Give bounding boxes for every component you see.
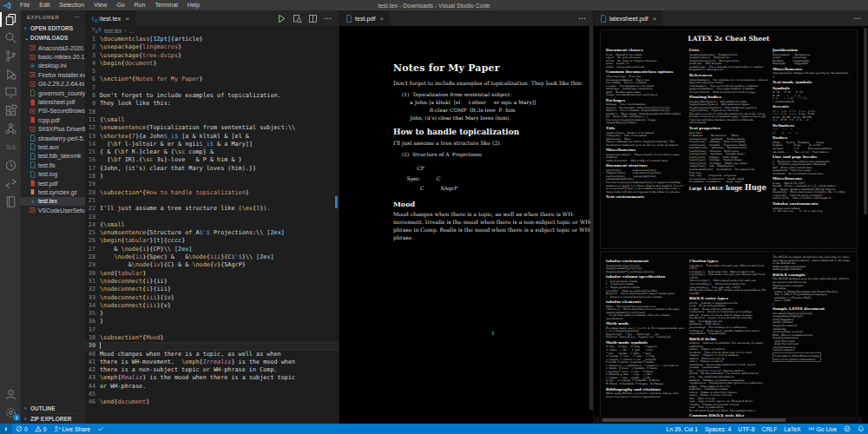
code-line-35[interactable]: 35} (85, 310, 339, 318)
file-item-test.pdf[interactable]: test.pdf (21, 179, 85, 187)
code-line-33[interactable]: 33\nodeconnect{iii}{iv} (85, 294, 339, 302)
menu-file[interactable]: File (16, 0, 34, 10)
code-line-4[interactable]: 4\begin{document} (85, 60, 339, 68)
remote-explorer-icon[interactable] (0, 83, 21, 102)
code-line-18[interactable]: 18} (85, 173, 339, 181)
tab-latexsheet-pdf[interactable]: latexsheet.pdf × (594, 10, 663, 26)
status-feedback[interactable] (840, 424, 854, 434)
code-line-41[interactable]: 41there is WH-movement. \emph{Irrealis} … (85, 358, 339, 366)
code-line-12[interactable]: 12\enumsentence{Topicalization from sent… (85, 124, 339, 132)
downloads-folder-section[interactable]: ⌄DOWNLOADS (21, 33, 85, 43)
more-actions-icon[interactable]: ⋯ (324, 14, 332, 23)
code-line-42[interactable]: 42there is a non-subject topic or WH-phr… (85, 366, 339, 374)
code-line-16[interactable]: 16 {\bf IR}.{\sc 3s}-love & P & him & } (85, 156, 339, 164)
code-line-21[interactable]: 21 (85, 197, 339, 205)
zip-explorer-section[interactable]: ›ZIP EXPLORER (21, 413, 85, 424)
status-utf-8[interactable]: UTF-8 (734, 424, 758, 434)
code-line-34[interactable]: 34\nodeconnect{iii}{v} (85, 302, 339, 310)
code-line-15[interactable]: 15{ & {\bf R-}clear & {\sc comp} & (85, 148, 339, 156)
tex-icon[interactable]: TeX (0, 138, 21, 156)
file-item-git-2.29.2.2-64-bi...[interactable]: Git-2.29.2.2-64-bi... (21, 80, 85, 89)
file-item-psi-securebrowse...[interactable]: PSI-SecureBrowse... (21, 107, 85, 115)
menu-edit[interactable]: Edit (35, 0, 54, 10)
code-line-27[interactable]: 27 & \node{i}{CP}\\ [2ex] (85, 246, 339, 253)
status-crlf[interactable]: CRLF (759, 424, 781, 434)
code-line-14[interactable]: 14 {\bf l-}oltoir & er & ngii$_i$ & a Ma… (85, 141, 339, 148)
code-line-3[interactable]: 3\usepackage{tree-dvips} (85, 52, 339, 60)
file-item-governors-county...[interactable]: governors_county... (21, 89, 85, 97)
run-debug-icon[interactable] (0, 65, 21, 83)
view-pdf-icon[interactable] (293, 14, 302, 23)
menu-view[interactable]: View (89, 0, 111, 10)
code-line-17[interactable]: 17{John, (it's) clear that Mary loves (h… (85, 165, 339, 173)
file-item-test.fdb-latexmk[interactable]: test.fdb_latexmk (21, 152, 85, 161)
file-item-test.synctex.gz[interactable]: test.synctex.gz (21, 187, 85, 196)
file-item-test.fls[interactable]: test.fls (21, 161, 85, 169)
scroll-left-icon[interactable]: ‹ (594, 418, 601, 424)
pdf-viewer-test[interactable]: Notes for My Paper Don't forget to inclu… (339, 26, 593, 424)
file-item-test.tex[interactable]: TXtest.tex (21, 197, 85, 206)
status-ln-39-col-1[interactable]: Ln 39, Col 1 (662, 424, 701, 434)
code-line-11[interactable]: 11{\small (85, 116, 339, 124)
extensions-icon[interactable] (0, 102, 21, 120)
menu-go[interactable]: Go (112, 0, 128, 10)
file-item-desktop.ini[interactable]: desktop.ini (21, 62, 85, 70)
scroll-right-icon[interactable]: › (856, 418, 863, 424)
file-item-rcpp.pdf[interactable]: rcpp.pdf (21, 115, 85, 124)
code-line-31[interactable]: 31\nodeconnect{i}{ii} (85, 278, 339, 286)
status-remote[interactable] (0, 424, 12, 434)
code-line-5[interactable]: 5 (85, 68, 339, 76)
status-error[interactable]: 0 (12, 424, 31, 434)
code-line-7[interactable]: 7 (85, 84, 339, 92)
code-line-24[interactable]: 24{\small (85, 221, 339, 229)
notebook-icon[interactable] (0, 193, 21, 211)
code-line-23[interactable]: 23 (85, 214, 339, 221)
code-line-36[interactable]: 36} (85, 318, 339, 326)
file-item-strawberry-perl-5...[interactable]: strawberry-perl-5... (21, 134, 85, 142)
build-latex-icon[interactable] (277, 14, 286, 23)
close-icon[interactable]: × (125, 15, 129, 23)
outline-section[interactable]: ›OUTLINE (21, 403, 85, 413)
code-line-8[interactable]: 8Don't forget to include examples of top… (85, 92, 339, 100)
search-icon[interactable] (0, 29, 21, 47)
code-line-25[interactable]: 25\enumsentence{Structure of A$'$ Projec… (85, 229, 339, 237)
menu-selection[interactable]: Selection (55, 0, 89, 10)
status-warning[interactable]: 0 (31, 424, 50, 434)
code-line-26[interactable]: 26\begin{tabular}[t]{cccc} (85, 237, 339, 245)
code-line-9[interactable]: 9They look like this: (85, 100, 339, 108)
file-item-firefox-installer.exe[interactable]: Firefox Installer.exe (21, 70, 85, 79)
status-live-share[interactable]: Live Share (50, 424, 95, 434)
menu-terminal[interactable]: Terminal (150, 0, 181, 10)
code-line-22[interactable]: 22I'll just assume a tree structure like… (85, 205, 339, 213)
status-bell[interactable] (854, 424, 868, 434)
split-editor-icon[interactable] (308, 14, 318, 23)
scrollbar-thumb[interactable] (602, 418, 786, 422)
code-line-44[interactable]: 44or WH-phrase. (85, 383, 339, 391)
status-spaces-4[interactable]: Spaces: 4 (701, 424, 734, 434)
file-item-test.aux[interactable]: test.aux (21, 142, 85, 151)
code-line-19[interactable]: 19 (85, 181, 339, 188)
file-item-anaconda3-2020...[interactable]: Anaconda3-2020... (21, 43, 85, 52)
code-line-37[interactable]: 37 (85, 326, 339, 334)
more-actions-icon[interactable]: ⋯ (853, 14, 862, 23)
code-line-6[interactable]: 6\section*{Notes for My Paper} (85, 76, 339, 83)
pdf-viewer-cheatsheet[interactable]: LATEX 2ε Cheat Sheet Document classesboo… (594, 26, 868, 424)
explorer-icon[interactable] (0, 10, 21, 29)
tab-test-pdf[interactable]: test.pdf × (339, 10, 391, 26)
code-line-20[interactable]: 20\subsection*{How to handle topicalizat… (85, 189, 339, 197)
file-item-latexsheet.pdf[interactable]: latexsheet.pdf (21, 97, 85, 106)
breadcrumb-symbol[interactable]: … (128, 28, 134, 34)
live-share-icon[interactable] (0, 174, 21, 193)
breadcrumb[interactable]: TEX test.tex › … (85, 26, 339, 35)
code-line-40[interactable]: 40Mood changes when there is a topic, as… (85, 351, 339, 358)
code-line-2[interactable]: 2\usepackage{lingmacros} (85, 43, 339, 51)
explorer-more-icon[interactable]: ⋯ (74, 14, 81, 21)
code-line-43[interactable]: 43\emph{Realis} is the mood when there i… (85, 374, 339, 382)
scrollbar-horizontal[interactable]: ‹ › (594, 417, 863, 424)
code-line-13[interactable]: 13\shortex{7}{a John$_i$ [a & kltukl & [… (85, 133, 339, 141)
scrollbar-vertical[interactable] (864, 28, 867, 214)
status-check[interactable] (94, 424, 108, 434)
more-actions-icon[interactable]: ⋯ (578, 14, 587, 23)
code-editor[interactable]: 1\documentclass[12pt]{article}2\usepacka… (85, 35, 339, 424)
code-line-45[interactable]: 45 (85, 391, 339, 398)
